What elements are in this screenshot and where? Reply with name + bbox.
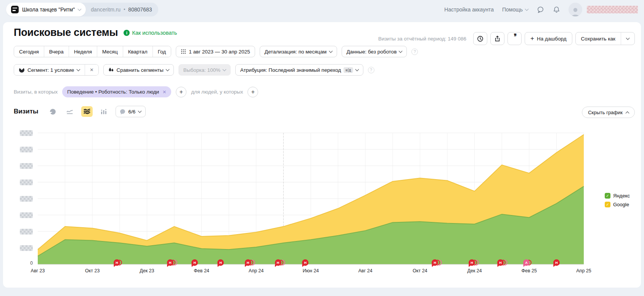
x-tick-label: Окт 24 (413, 268, 427, 273)
annotation-marker[interactable]: Н (275, 259, 281, 266)
redacted-y-tick (20, 130, 33, 136)
legend-label: Google (613, 202, 629, 207)
stacked-annotation-arc (282, 260, 285, 265)
annotation-marker[interactable]: Н (167, 259, 173, 266)
period-preset-4[interactable]: Месяц (97, 46, 123, 57)
annotation-marker[interactable]: Н (245, 259, 251, 266)
period-preset-2[interactable]: Вчера (44, 46, 69, 57)
report-actions: Визиты за отчётный период: 149 086 ’’ На… (378, 32, 635, 45)
annotations-dropdown[interactable]: 6/6 (116, 106, 146, 117)
period-preset-3[interactable]: Неделя (69, 46, 97, 57)
annotation-markers: ННННННННННАН (38, 259, 584, 268)
annotation-marker[interactable]: Н (114, 259, 120, 266)
chevron-down-icon (329, 49, 332, 53)
pie-chart-type-button[interactable] (47, 106, 58, 117)
attribution-dropdown[interactable]: Атрибуция: Последний значимый переход к/… (235, 64, 363, 76)
stacked-annotation-arc (439, 260, 442, 265)
counter-name: Школа танцев "Ритм" (22, 6, 75, 13)
stacked-area-chart-type-button[interactable] (81, 106, 93, 117)
filters-row-conditions: Визиты, в которых Поведение • Роботность… (14, 86, 258, 97)
quotes-icon: ’’ (514, 35, 516, 39)
sampling-dropdown[interactable]: Выборка: 100% (178, 64, 231, 76)
redacted-y-tick (20, 180, 33, 185)
annotation-marker[interactable]: Н (469, 259, 475, 266)
detail-dropdown[interactable]: Детализация: по месяцам (260, 46, 337, 57)
topbar-right: Настройка аккаунта Помощь (444, 3, 638, 16)
column-chart-type-button[interactable] (98, 106, 110, 117)
save-as-menu-button[interactable] (621, 32, 634, 45)
annotation-marker[interactable]: Н (497, 259, 504, 266)
filters-row-segments: Сегмент: 1 условие Сравнить сегменты Выб… (14, 64, 374, 76)
behavior-filter-label: Поведение • Роботность: Только люди (67, 89, 159, 95)
annotation-marker[interactable]: Н (553, 259, 560, 266)
y-axis-zero-label: 0 (24, 260, 33, 266)
chart-legend: ЯндексGoogle (605, 193, 630, 207)
x-tick-label: Апр 25 (576, 268, 591, 273)
save-as-split-button: Сохранить как (575, 32, 635, 45)
add-to-dashboard-button[interactable]: На дашборд (525, 32, 572, 45)
data-mode-label: Данные: без роботов (347, 49, 397, 55)
comment-bubble-icon (120, 109, 125, 114)
counter-id: 80807683 (128, 6, 152, 13)
behavior-filter-chip[interactable]: Поведение • Роботность: Только люди (62, 86, 171, 97)
date-range-button[interactable]: 1 авг 2023 — 30 апр 2025 (176, 46, 255, 57)
x-tick-label: Авг 24 (358, 268, 373, 273)
legend-item-яндекс[interactable]: Яндекс (605, 193, 630, 199)
chart-controls: Визиты 6/6 (14, 106, 146, 117)
period-preset-5[interactable]: Квартал (123, 46, 153, 57)
x-tick-label: Фев 25 (522, 268, 537, 273)
segment-clear-button[interactable] (85, 65, 98, 75)
annotation-marker[interactable]: Н (302, 259, 308, 266)
visits-area-chart[interactable] (38, 133, 584, 264)
close-icon[interactable] (162, 89, 166, 95)
annotation-marker[interactable]: Н (217, 259, 224, 266)
add-visit-condition-button[interactable] (176, 87, 186, 97)
how-to-use-link[interactable]: Как использовать (124, 30, 177, 36)
attribution-help-icon[interactable] (368, 67, 374, 73)
history-clock-button[interactable] (473, 32, 487, 45)
redacted-y-tick (20, 163, 33, 169)
feedback-chat-icon[interactable] (536, 6, 544, 13)
legend-checkbox[interactable] (605, 202, 610, 207)
how-to-use-label: Как использовать (132, 30, 177, 36)
save-as-button[interactable]: Сохранить как (576, 32, 621, 45)
compare-segments-dropdown[interactable]: Сравнить сегменты (103, 64, 174, 76)
legend-item-google[interactable]: Google (605, 202, 630, 207)
period-preset-6[interactable]: Год (153, 46, 171, 57)
add-user-condition-button[interactable] (247, 87, 258, 97)
line-chart-type-button[interactable] (64, 106, 75, 117)
x-tick-label: Фев 24 (194, 268, 209, 273)
period-preset-1[interactable]: Сегодня (14, 46, 44, 57)
x-tick-label: Дек 24 (467, 268, 482, 273)
help-label: Помощь (502, 6, 523, 13)
visits-in-which-label: Визиты, в которых (14, 89, 58, 95)
y-axis-labels (20, 133, 33, 264)
hide-chart-button[interactable]: Скрыть график (582, 107, 635, 118)
x-tick-label: Дек 23 (140, 268, 154, 273)
page-title: Поисковые системы (14, 27, 118, 39)
comments-quotes-button[interactable]: ’’ (507, 32, 522, 45)
data-mode-help-icon[interactable] (411, 49, 418, 55)
notifications-bell-icon[interactable] (552, 6, 560, 13)
user-avatar[interactable] (569, 3, 582, 16)
account-settings-link[interactable]: Настройка аккаунта (444, 6, 494, 13)
counter-select[interactable]: Школа танцев "Ритм" (6, 3, 86, 16)
sampling-label: Выборка: 100% (183, 67, 220, 73)
legend-checkbox[interactable] (605, 193, 610, 199)
annotation-marker[interactable]: А (523, 259, 530, 266)
data-mode-dropdown[interactable]: Данные: без роботов (342, 46, 407, 57)
annotation-marker[interactable]: Н (432, 259, 438, 266)
chevron-down-icon (626, 36, 630, 40)
droplets-icon (108, 67, 114, 73)
annotation-marker[interactable]: Н (191, 259, 198, 266)
help-menu[interactable]: Помощь (502, 6, 528, 13)
chevron-down-icon (223, 68, 226, 71)
redacted-y-tick (20, 229, 33, 235)
stacked-annotation-arc (174, 260, 177, 265)
counter-switcher: Школа танцев "Ритм" danceritm.ru • 80807… (6, 3, 158, 16)
stacked-annotation-arc (119, 260, 122, 265)
segment-dropdown[interactable]: Сегмент: 1 условие (14, 65, 85, 75)
export-share-button[interactable] (490, 32, 504, 45)
pie-chart-icon (49, 108, 57, 115)
chevron-down-icon (138, 109, 142, 113)
